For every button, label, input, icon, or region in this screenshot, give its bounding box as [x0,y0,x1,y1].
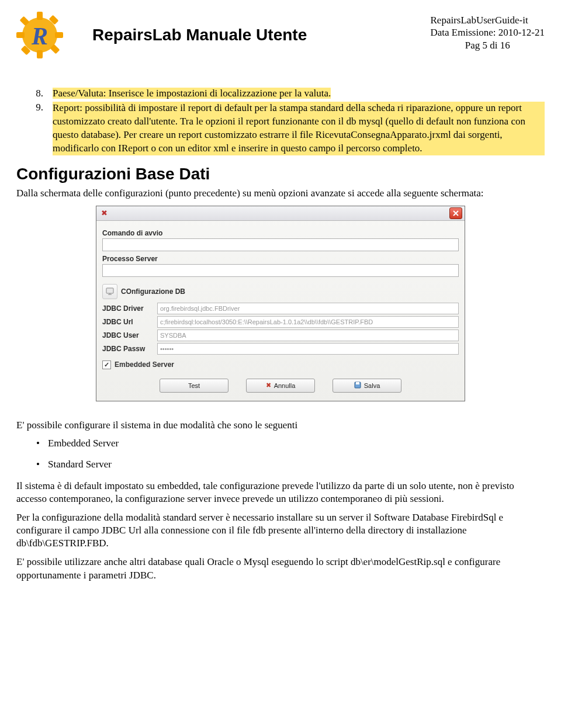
processo-input[interactable] [102,264,459,277]
jdbc-url-input[interactable] [157,316,459,328]
header-line3: Pag 5 di 16 [431,39,545,51]
test-button-label: Test [188,382,200,389]
body-paragraph: E' possibile utilizzare anche altri data… [16,556,545,581]
list-number: 9. [33,102,43,155]
db-config-header: COnfigurazione DB [102,284,459,299]
svg-rect-3 [16,32,25,38]
list-text: Paese/Valuta: Inserisce le impostazioni … [53,88,331,99]
bullet-icon: • [36,459,40,470]
jdbc-pass-row: JDBC Passw [102,343,459,355]
embedded-checkbox[interactable]: ✓ [102,360,111,369]
header-left: R RepairsLab Manuale Utente [16,12,307,58]
jdbc-driver-input[interactable] [157,303,459,314]
jdbc-url-label: JDBC Url [102,318,157,326]
logo-icon: R [16,12,63,58]
cancel-icon: ✖ [266,382,271,389]
embedded-row: ✓ Embedded Server [102,360,459,369]
list-item: 9. Report: possibilità di impostare il r… [33,102,545,155]
app-icon: ✖ [101,209,108,217]
jdbc-driver-row: JDBC Driver [102,303,459,314]
list-number: 8. [33,88,43,99]
header-meta: RepairsLabUserGuide-it Data Emissione: 2… [431,14,545,51]
header-line1: RepairsLabUserGuide-it [431,14,545,26]
bullet-text: Embedded Server [48,438,119,449]
button-row: Test ✖ Annulla Salva [102,379,459,393]
config-dialog: ✖ Comando di avvio Processo Server COnfi… [96,206,465,401]
bullet-text: Standard Server [48,459,112,470]
save-button-label: Salva [364,382,380,389]
db-config-label: COnfigurazione DB [121,287,185,296]
titlebar: ✖ [96,206,465,221]
svg-rect-4 [55,32,63,38]
cancel-button-label: Annulla [274,382,296,389]
dialog-screenshot: ✖ Comando di avvio Processo Server COnfi… [16,206,545,401]
jdbc-driver-label: JDBC Driver [102,304,157,313]
page-title: RepairsLab Manuale Utente [92,26,307,44]
processo-label: Processo Server [102,255,459,263]
body-paragraph: E' possibile configurare il sistema in d… [16,419,545,432]
jdbc-user-input[interactable] [157,330,459,341]
save-button[interactable]: Salva [333,379,401,393]
svg-text:R: R [31,23,48,50]
list-item: •Standard Server [36,459,545,470]
section-intro: Dalla schermata delle configurazioni (pu… [16,187,545,200]
svg-rect-12 [356,382,359,384]
list-item: 8. Paese/Valuta: Inserisce le impostazio… [33,88,545,99]
page-header: R RepairsLab Manuale Utente RepairsLabUs… [16,12,545,58]
list-item: •Embedded Server [36,438,545,449]
jdbc-url-row: JDBC Url [102,316,459,328]
body-paragraph: Il sistema è di default impostato su emb… [16,480,545,505]
svg-rect-2 [37,50,43,58]
comando-input[interactable] [102,238,459,251]
titlebar-left: ✖ [99,209,108,217]
cancel-button[interactable]: ✖ Annulla [246,379,315,393]
test-button[interactable]: Test [160,379,228,393]
section-heading: Configurazioni Base Dati [16,165,545,183]
jdbc-user-label: JDBC User [102,331,157,339]
header-line2: Data Emissione: 2010-12-21 [431,26,545,39]
close-icon[interactable] [449,207,462,219]
svg-rect-1 [37,12,43,20]
svg-rect-10 [106,288,113,293]
jdbc-pass-label: JDBC Passw [102,345,157,353]
jdbc-pass-input[interactable] [157,343,459,355]
list-text: Report: possibilità di impostare il repo… [53,102,545,155]
embedded-label: Embedded Server [115,360,174,369]
config-icon [102,284,117,299]
comando-label: Comando di avvio [102,229,459,237]
body-paragraph: Per la configurazione della modalità sta… [16,511,545,550]
jdbc-user-row: JDBC User [102,330,459,341]
bullet-list: •Embedded Server •Standard Server [36,438,545,470]
numbered-list: 8. Paese/Valuta: Inserisce le impostazio… [33,88,545,155]
dialog-body: Comando di avvio Processo Server COnfigu… [96,221,465,401]
save-icon [354,382,361,390]
bullet-icon: • [36,438,40,449]
